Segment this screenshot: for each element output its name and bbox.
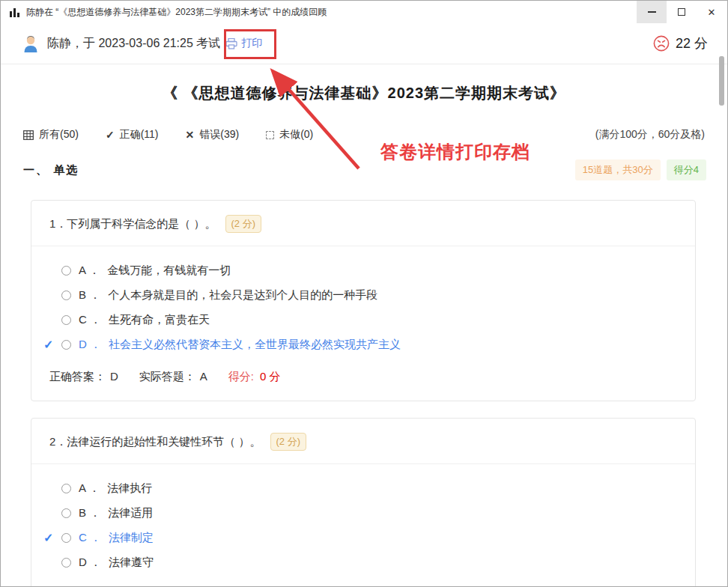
all-questions-icon bbox=[23, 130, 34, 140]
exam-title: 《 《思想道德修养与法律基础》2023第二学期期末考试》 bbox=[1, 83, 727, 103]
question-title: 1．下列属于科学信念的是（ ）。 bbox=[49, 217, 216, 231]
option-label: A ． bbox=[79, 481, 100, 496]
actual-answer: 实际答题：A bbox=[139, 370, 207, 384]
question-card-1: 1．下列属于科学信念的是（ ）。 (2 分) A ． 金钱万能，有钱就有一切 B… bbox=[31, 200, 696, 401]
exam-review-window: 陈静在 “《思想道德修养与法律基础》2023第二学期期末考试” 中的成绩回顾 ✕… bbox=[0, 0, 728, 587]
radio-icon[interactable] bbox=[61, 508, 71, 518]
option-label: B ． bbox=[79, 288, 100, 302]
option-text: 金钱万能，有钱就有一切 bbox=[107, 264, 231, 278]
question-title-row: 1．下列属于科学信念的是（ ）。 (2 分) bbox=[31, 201, 695, 246]
option-label: C ． bbox=[79, 531, 101, 545]
answer-row: 正确答案：C 实际答题：A 得分:0 分 bbox=[31, 578, 695, 587]
total-score-value: 22 分 bbox=[676, 34, 708, 52]
points-badge: (2 分) bbox=[270, 433, 307, 451]
correct-check-icon: ✓ bbox=[43, 338, 61, 352]
total-score: 22 分 bbox=[653, 34, 708, 52]
option-text: 法律制定 bbox=[109, 531, 154, 545]
option-a[interactable]: A ． 法律执行 bbox=[43, 476, 677, 501]
correct-answer-label: 正确答案： bbox=[49, 370, 106, 383]
correct-answer: 正确答案：D bbox=[49, 370, 118, 384]
radio-icon[interactable] bbox=[61, 291, 71, 300]
section-badges: 15道题，共30分 得分4 bbox=[575, 159, 706, 180]
actual-answer-label: 实际答题： bbox=[139, 370, 195, 383]
section-total-badge: 15道题，共30分 bbox=[575, 159, 661, 180]
correct-check-icon: ✓ bbox=[43, 531, 61, 545]
filter-undone[interactable]: 未做(0) bbox=[266, 128, 313, 142]
option-c-correct[interactable]: ✓ C ． 法律制定 bbox=[43, 526, 677, 550]
option-label: A ． bbox=[79, 264, 100, 278]
option-text: 生死有命，富贵在天 bbox=[109, 313, 210, 327]
titlebar: 陈静在 “《思想道德修养与法律基础》2023第二学期期末考试” 中的成绩回顾 ✕ bbox=[1, 1, 727, 23]
option-text: 法律遵守 bbox=[109, 556, 154, 570]
dashed-box-icon bbox=[266, 131, 274, 139]
minimize-icon bbox=[648, 11, 656, 13]
score-value: 0 分 bbox=[260, 370, 281, 383]
sad-face-icon bbox=[653, 35, 670, 52]
option-d[interactable]: D ． 法律遵守 bbox=[43, 550, 677, 575]
maximize-button[interactable] bbox=[667, 1, 697, 23]
radio-icon[interactable] bbox=[61, 484, 71, 493]
avatar bbox=[22, 34, 40, 52]
actual-answer-value: A bbox=[200, 370, 207, 383]
cross-icon: ✕ bbox=[186, 130, 195, 140]
question-options: A ． 金钱万能，有钱就有一切 B ． 个人本身就是目的，社会只是达到个人目的的… bbox=[31, 246, 695, 360]
option-label: D ． bbox=[79, 556, 101, 570]
radio-icon[interactable] bbox=[61, 315, 71, 325]
close-button[interactable]: ✕ bbox=[697, 1, 727, 23]
minimize-button[interactable] bbox=[637, 1, 667, 23]
section-row: 一、 单选 15道题，共30分 得分4 bbox=[23, 159, 706, 180]
option-label: D ． bbox=[79, 338, 101, 352]
radio-icon[interactable] bbox=[61, 340, 71, 350]
option-b[interactable]: B ． 法律适用 bbox=[43, 501, 677, 526]
passing-score-note: (满分100分，60分及格) bbox=[595, 128, 705, 142]
radio-icon[interactable] bbox=[61, 533, 71, 543]
option-c[interactable]: C ． 生死有命，富贵在天 bbox=[43, 308, 677, 332]
question-options: A ． 法律执行 B ． 法律适用 ✓ C ． 法律制定 D ． 法律遵守 bbox=[31, 464, 695, 578]
option-d-correct[interactable]: ✓ D ． 社会主义必然代替资本主义，全世界最终必然实现共产主义 bbox=[43, 332, 677, 357]
question-title-row: 2．法律运行的起始性和关键性环节（ ）。 (2 分) bbox=[31, 419, 695, 464]
scrollbar-thumb[interactable] bbox=[719, 56, 724, 106]
section-title: 一、 单选 bbox=[23, 163, 79, 177]
user-exam-info: 陈静，于 2023-03-06 21:25 考试 bbox=[47, 36, 220, 52]
option-b[interactable]: B ． 个人本身就是目的，社会只是达到个人目的的一种手段 bbox=[43, 283, 677, 308]
close-icon: ✕ bbox=[708, 7, 716, 17]
filter-wrong-label: 错误(39) bbox=[199, 128, 239, 142]
filter-wrong[interactable]: ✕ 错误(39) bbox=[186, 128, 240, 142]
filter-all[interactable]: 所有(50) bbox=[23, 128, 79, 142]
bar-chart-icon bbox=[10, 7, 21, 17]
option-label: C ． bbox=[79, 313, 101, 327]
question-card-2: 2．法律运行的起始性和关键性环节（ ）。 (2 分) A ． 法律执行 B ． … bbox=[31, 418, 696, 587]
filter-correct-label: 正确(11) bbox=[120, 128, 159, 142]
correct-answer-value: D bbox=[110, 370, 118, 383]
filter-undone-label: 未做(0) bbox=[279, 128, 313, 142]
option-a[interactable]: A ． 金钱万能，有钱就有一切 bbox=[43, 258, 677, 283]
print-label: 打印 bbox=[241, 37, 262, 50]
filter-all-label: 所有(50) bbox=[39, 128, 79, 142]
filter-correct[interactable]: ✓ 正确(11) bbox=[106, 128, 159, 142]
answer-row: 正确答案：D 实际答题：A 得分:0 分 bbox=[31, 360, 695, 401]
filter-row: 所有(50) ✓ 正确(11) ✕ 错误(39) 未做(0) (满分100分，6… bbox=[23, 128, 705, 142]
question-score: 得分:0 分 bbox=[228, 370, 281, 384]
option-text: 法律适用 bbox=[108, 506, 153, 520]
radio-icon[interactable] bbox=[61, 266, 71, 276]
window-controls: ✕ bbox=[637, 1, 727, 23]
printer-icon bbox=[225, 38, 237, 49]
maximize-icon bbox=[678, 8, 685, 16]
question-title: 2．法律运行的起始性和关键性环节（ ）。 bbox=[49, 435, 261, 449]
window-title: 陈静在 “《思想道德修养与法律基础》2023第二学期期末考试” 中的成绩回顾 bbox=[26, 6, 327, 19]
option-label: B ． bbox=[79, 506, 100, 520]
print-button[interactable]: 打印 bbox=[225, 37, 262, 50]
header: 陈静，于 2023-03-06 21:25 考试 打印 22 分 bbox=[1, 23, 727, 64]
points-badge: (2 分) bbox=[225, 215, 262, 233]
check-icon: ✓ bbox=[106, 130, 115, 140]
option-text: 法律执行 bbox=[107, 481, 152, 496]
score-label: 得分: bbox=[228, 370, 254, 383]
section-score-badge: 得分4 bbox=[667, 159, 706, 180]
radio-icon[interactable] bbox=[61, 558, 71, 568]
option-text: 个人本身就是目的，社会只是达到个人目的的一种手段 bbox=[108, 288, 377, 302]
option-text: 社会主义必然代替资本主义，全世界最终必然实现共产主义 bbox=[109, 338, 401, 352]
scrollbar-track[interactable] bbox=[719, 26, 725, 584]
